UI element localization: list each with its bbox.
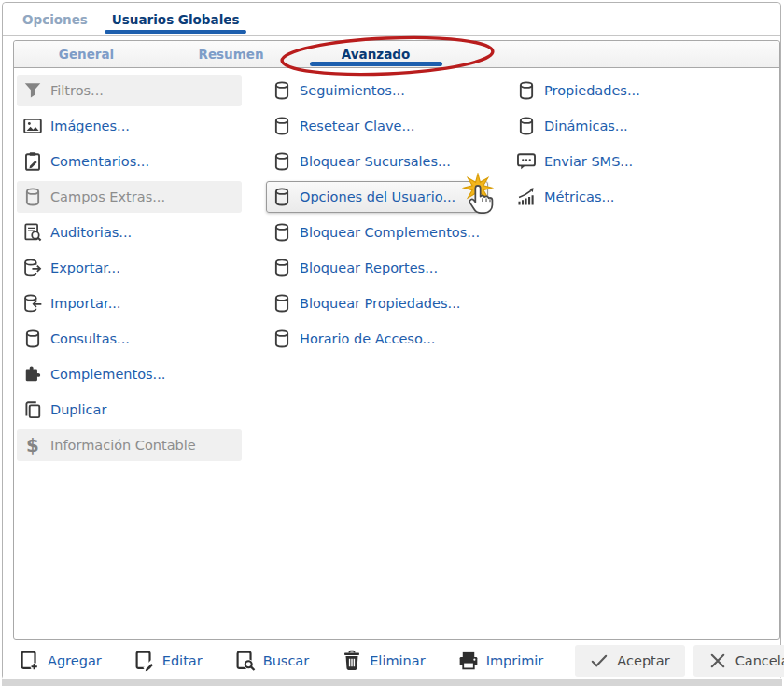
- menu-content: Filtros...Imágenes...Comentarios...Campo…: [14, 67, 779, 639]
- menu-item-imagenes[interactable]: Imágenes...: [17, 110, 242, 142]
- menu-item-label: Comentarios...: [50, 154, 149, 169]
- menu-item-horario-de-acceso[interactable]: Horario de Acceso...: [266, 323, 488, 355]
- menu-item-filtros: Filtros...: [17, 75, 242, 106]
- active-tab-underline: [105, 30, 247, 34]
- eliminar-button[interactable]: Eliminar: [341, 650, 425, 672]
- database-export-icon: [22, 258, 43, 278]
- subtab-avanzado-label: Avanzado: [342, 47, 410, 62]
- menu-item-seguimientos[interactable]: Seguimientos...: [266, 75, 488, 106]
- menu-item-label: Consultas...: [50, 331, 130, 346]
- menu-item-resetear-clave[interactable]: Resetear Clave...: [266, 110, 488, 142]
- menu-column-right: Propiedades...Dinámicas...Enviar SMS...M…: [511, 75, 746, 213]
- search-square-icon: [234, 650, 257, 672]
- database-icon: [22, 187, 43, 207]
- database-icon: [272, 258, 292, 278]
- subtab-resumen-label: Resumen: [198, 47, 263, 62]
- menu-item-metricas[interactable]: Métricas...: [511, 181, 746, 213]
- menu-item-comentarios[interactable]: Comentarios...: [17, 146, 242, 177]
- tab-opciones[interactable]: Opciones: [10, 3, 100, 35]
- editar-button[interactable]: Editar: [133, 650, 203, 672]
- menu-item-label: Resetear Clave...: [300, 119, 414, 133]
- toolbar-button-label: Buscar: [263, 653, 310, 668]
- filter-icon: [22, 80, 43, 101]
- imprimir-button[interactable]: Imprimir: [457, 650, 544, 672]
- menu-item-label: Auditorias...: [50, 225, 132, 240]
- menu-item-dinamicas[interactable]: Dinámicas...: [511, 110, 746, 142]
- menu-item-opciones-del-usuario[interactable]: Opciones del Usuario...: [266, 181, 488, 213]
- clipboard-edit-icon: [22, 151, 43, 172]
- button-label: Cancelar: [735, 653, 784, 668]
- tab-opciones-label: Opciones: [22, 12, 88, 27]
- tab-usuarios-globales[interactable]: Usuarios Globales: [100, 3, 252, 35]
- menu-item-duplicar[interactable]: Duplicar: [17, 394, 242, 426]
- database-icon: [272, 222, 292, 243]
- menu-item-bloquear-sucursales[interactable]: Bloquear Sucursales...: [266, 146, 488, 177]
- audit-search-icon: [22, 222, 43, 243]
- menu-item-complementos[interactable]: Complementos...: [17, 358, 242, 390]
- menu-item-label: Complementos...: [50, 367, 165, 382]
- menu-item-propiedades[interactable]: Propiedades...: [511, 75, 746, 106]
- buscar-button[interactable]: Buscar: [234, 650, 310, 672]
- toolbar-button-label: Agregar: [48, 653, 102, 668]
- menu-item-enviar-sms[interactable]: Enviar SMS...: [511, 146, 746, 177]
- edit-square-icon: [133, 650, 156, 672]
- tab-usuarios-globales-label: Usuarios Globales: [112, 12, 240, 27]
- metrics-icon: [516, 187, 537, 207]
- database-icon: [516, 80, 537, 101]
- cancelar-button[interactable]: Cancelar: [693, 645, 784, 677]
- database-icon: [272, 187, 292, 207]
- subtab-avanzado[interactable]: Avanzado: [303, 41, 448, 67]
- menu-item-label: Enviar SMS...: [544, 154, 633, 169]
- database-import-icon: [22, 293, 43, 314]
- menu-column-middle: Seguimientos...Resetear Clave...Bloquear…: [266, 75, 488, 355]
- subtab-general[interactable]: General: [14, 41, 159, 67]
- menu-item-label: Información Contable: [50, 438, 196, 453]
- menu-item-auditorias[interactable]: Auditorias...: [17, 217, 242, 248]
- menu-item-label: Bloquear Complementos...: [300, 225, 480, 240]
- menu-item-label: Bloquear Reportes...: [300, 260, 438, 275]
- usuarios-globales-dialog: Opciones Usuarios Globales General Resum…: [2, 2, 781, 679]
- menu-item-label: Métricas...: [544, 189, 614, 204]
- menu-column-left: Filtros...Imágenes...Comentarios...Campo…: [17, 75, 242, 461]
- database-icon: [272, 329, 292, 349]
- agregar-button[interactable]: Agregar: [19, 650, 102, 672]
- menu-item-informacion-contable: $Información Contable: [17, 429, 242, 461]
- menu-item-label: Filtros...: [50, 83, 104, 98]
- active-subtab-underline: [310, 62, 442, 66]
- menu-item-label: Exportar...: [50, 260, 120, 275]
- database-icon: [272, 80, 292, 101]
- avanzado-panel: General Resumen Avanzado Filtros...Imáge…: [13, 40, 780, 640]
- menu-item-campos-extras: Campos Extras...: [17, 181, 242, 213]
- database-icon: [272, 151, 292, 172]
- button-label: Aceptar: [617, 653, 669, 668]
- menu-item-bloquear-reportes[interactable]: Bloquear Reportes...: [266, 252, 488, 284]
- subtab-general-label: General: [59, 47, 114, 62]
- menu-item-bloquear-propiedades[interactable]: Bloquear Propiedades...: [266, 287, 488, 319]
- sms-icon: [516, 151, 537, 172]
- trash-icon: [341, 650, 363, 672]
- svg-text:$: $: [26, 435, 39, 455]
- aceptar-button[interactable]: Aceptar: [575, 645, 684, 677]
- toolbar-actions: AgregarEditarBuscarEliminarImprimir: [19, 650, 575, 672]
- duplicate-icon: [22, 399, 43, 420]
- menu-item-label: Duplicar: [50, 402, 106, 417]
- dialog-bottom-edge: [2, 679, 782, 686]
- menu-item-bloquear-complementos[interactable]: Bloquear Complementos...: [266, 217, 488, 248]
- subtab-bar: General Resumen Avanzado: [14, 41, 779, 68]
- menu-item-label: Dinámicas...: [544, 119, 628, 133]
- menu-item-consultas[interactable]: Consultas...: [17, 323, 242, 355]
- image-icon: [22, 116, 43, 136]
- dollar-icon: $: [22, 435, 43, 455]
- database-icon: [272, 293, 292, 314]
- database-icon: [272, 116, 292, 136]
- menu-item-label: Bloquear Propiedades...: [300, 296, 460, 311]
- database-icon: [516, 116, 537, 136]
- menu-item-exportar[interactable]: Exportar...: [17, 252, 242, 284]
- add-square-icon: [19, 650, 41, 672]
- menu-item-importar[interactable]: Importar...: [17, 287, 242, 319]
- subtab-resumen[interactable]: Resumen: [159, 41, 303, 67]
- menu-item-label: Bloquear Sucursales...: [300, 154, 451, 169]
- menu-item-label: Importar...: [50, 296, 120, 311]
- toolbar-button-label: Eliminar: [370, 653, 425, 668]
- menu-item-label: Propiedades...: [544, 83, 640, 98]
